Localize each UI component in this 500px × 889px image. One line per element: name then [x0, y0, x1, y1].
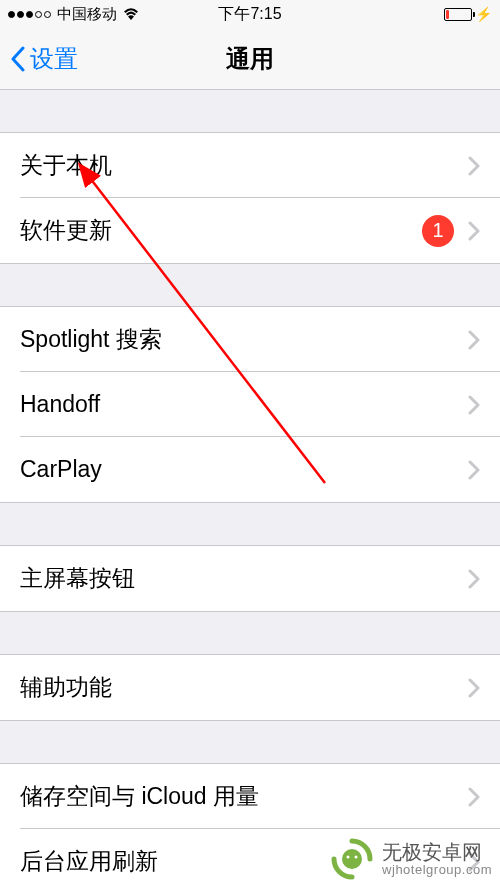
- status-bar: 中国移动 下午7:15 ⚡: [0, 0, 500, 28]
- chevron-right-icon: [468, 330, 480, 350]
- watermark-url: wjhotelgroup.com: [382, 863, 492, 877]
- watermark: 无极安卓网 wjhotelgroup.com: [330, 837, 492, 881]
- back-button[interactable]: 设置: [0, 43, 78, 75]
- back-label: 设置: [30, 43, 78, 75]
- item-accessory: [468, 330, 480, 350]
- item-label: CarPlay: [20, 456, 468, 483]
- item-accessory: [468, 787, 480, 807]
- svg-point-4: [355, 856, 358, 859]
- item-label: 主屏幕按钮: [20, 563, 468, 594]
- watermark-title: 无极安卓网: [382, 841, 492, 863]
- item-label: 关于本机: [20, 150, 468, 181]
- chevron-right-icon: [468, 569, 480, 589]
- list-item[interactable]: Spotlight 搜索: [0, 307, 500, 372]
- item-accessory: 1: [422, 215, 480, 247]
- list-group: 主屏幕按钮: [0, 545, 500, 612]
- page-title: 通用: [226, 43, 274, 75]
- chevron-right-icon: [468, 787, 480, 807]
- carrier-label: 中国移动: [57, 5, 117, 24]
- item-label: 辅助功能: [20, 672, 468, 703]
- list-item[interactable]: 主屏幕按钮: [0, 546, 500, 611]
- list-group: 辅助功能: [0, 654, 500, 721]
- wifi-icon: [123, 8, 139, 20]
- item-label: Handoff: [20, 391, 468, 418]
- list-item[interactable]: 储存空间与 iCloud 用量: [0, 764, 500, 829]
- item-label: 储存空间与 iCloud 用量: [20, 781, 468, 812]
- notification-badge: 1: [422, 215, 454, 247]
- list-item[interactable]: 关于本机: [0, 133, 500, 198]
- clock: 下午7:15: [218, 4, 281, 25]
- status-left: 中国移动: [8, 5, 139, 24]
- list-group: 关于本机软件更新1: [0, 132, 500, 264]
- chevron-right-icon: [468, 156, 480, 176]
- item-accessory: [468, 678, 480, 698]
- chevron-right-icon: [468, 460, 480, 480]
- chevron-left-icon: [10, 46, 26, 72]
- item-accessory: [468, 395, 480, 415]
- chevron-right-icon: [468, 221, 480, 241]
- list-item[interactable]: Handoff: [0, 372, 500, 437]
- list-item[interactable]: 辅助功能: [0, 655, 500, 720]
- chevron-right-icon: [468, 678, 480, 698]
- charging-icon: ⚡: [475, 6, 492, 22]
- item-label: Spotlight 搜索: [20, 324, 468, 355]
- item-accessory: [468, 156, 480, 176]
- list-item[interactable]: CarPlay: [0, 437, 500, 502]
- chevron-right-icon: [468, 395, 480, 415]
- battery-icon: [444, 8, 472, 21]
- svg-point-2: [342, 849, 362, 869]
- svg-point-3: [347, 856, 350, 859]
- navigation-bar: 设置 通用: [0, 28, 500, 90]
- item-label: 软件更新: [20, 215, 422, 246]
- list-group: Spotlight 搜索HandoffCarPlay: [0, 306, 500, 503]
- status-right: ⚡: [444, 6, 492, 22]
- signal-strength: [8, 11, 51, 18]
- item-accessory: [468, 460, 480, 480]
- list-item[interactable]: 软件更新1: [0, 198, 500, 263]
- watermark-logo-icon: [330, 837, 374, 881]
- item-accessory: [468, 569, 480, 589]
